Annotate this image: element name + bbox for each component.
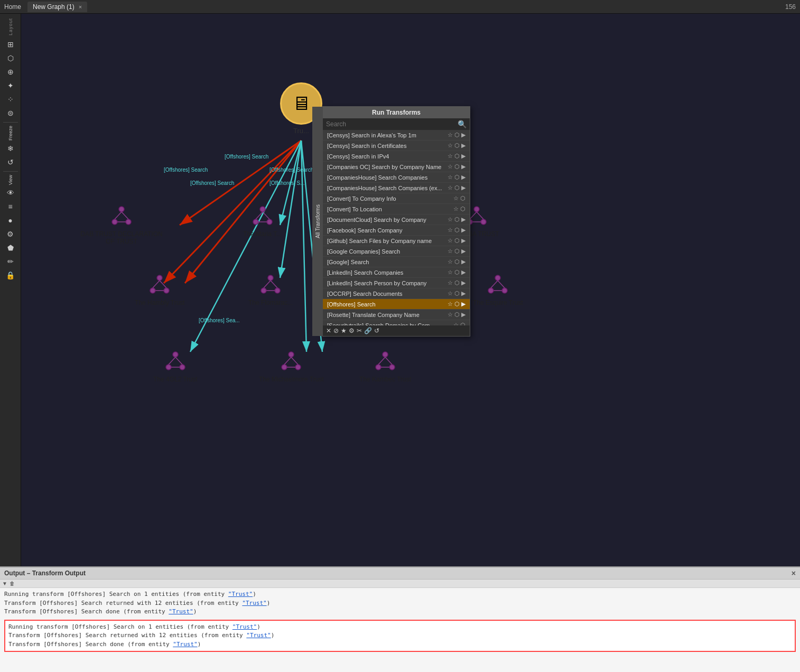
transforms-search-bar[interactable]: 🔍 — [323, 118, 470, 130]
sidebar-icon-grid[interactable]: ⊞ — [3, 38, 18, 51]
transform-item-linkedin-co[interactable]: [LinkedIn] Search Companies ☆ ⬡ ▶ — [323, 267, 470, 278]
transforms-header-title: Run Transforms — [323, 107, 470, 118]
sidebar-icon-lock[interactable]: 🔒 — [3, 269, 18, 282]
svg-line-25 — [470, 212, 477, 219]
transform-item-censys-alexa[interactable]: [Censys] Search in Alexa's Top 1m ☆ ⬡ ▶ — [323, 130, 470, 141]
node-flomarac[interactable]: The Flomarac... — [248, 273, 293, 306]
transforms-vertical-tab[interactable]: All Transforms — [312, 107, 323, 336]
sidebar-icon-hex[interactable]: ⬡ — [3, 52, 18, 64]
transform-item-convert-company[interactable]: [Convert] To Company Info ☆ ⬡ — [323, 193, 470, 204]
footer-icon-star[interactable]: ★ — [341, 327, 347, 334]
footer-icon-block[interactable]: ⊘ — [333, 327, 339, 334]
svg-point-22 — [474, 207, 479, 212]
output-ctrl-clear[interactable]: 🗑 — [10, 581, 15, 586]
trust-link-1[interactable]: "Trust" — [228, 591, 253, 598]
sidebar-icon-arrange[interactable]: ⊜ — [3, 107, 18, 119]
footer-icon-link[interactable]: 🔗 — [364, 327, 372, 334]
node-hambly-label: The Hambly Trust — [135, 299, 185, 306]
svg-line-20 — [263, 212, 269, 219]
output-ctrl-filter[interactable]: ▼ — [2, 581, 7, 586]
edge-label-1: [Offshores] Search — [225, 154, 268, 160]
sidebar-icon-plus[interactable]: ⊕ — [3, 66, 18, 78]
transforms-search-input[interactable] — [326, 120, 458, 128]
active-tab[interactable]: New Graph (1) × — [27, 2, 87, 12]
sidebar-icon-refresh[interactable]: ↺ — [3, 156, 18, 169]
sidebar-icon-settings[interactable]: ⚙ — [3, 228, 18, 240]
output-title: Output – Transform Output — [4, 570, 86, 577]
graph-canvas[interactable]: 🖥 Tru... DAB TRUST DECLARATION OF TRUST — [21, 14, 800, 566]
node-maria[interactable]: The Maria T... — [243, 204, 282, 238]
node-4gl2[interactable]: The 4GL2 Trust — [153, 349, 197, 383]
trust-link-2[interactable]: "Trust" — [242, 600, 266, 606]
transform-item-convert-location[interactable]: [Convert] To Location ☆ ⬡ — [323, 204, 470, 214]
transform-item-linkedin-person[interactable]: [LinkedIn] Search Person by Company ☆ ⬡ … — [323, 278, 470, 288]
node-esquire[interactable]: The Esquire Trust — [473, 273, 523, 306]
transform-item-censys-ipv4[interactable]: [Censys] Search in IPv4 ☆ ⬡ ▶ — [323, 151, 470, 162]
svg-line-38 — [271, 281, 277, 288]
svg-point-54 — [295, 365, 301, 370]
edge-label-3: [Offshores] Search — [269, 167, 313, 173]
edge-label-4: [Offshores] Search — [190, 180, 234, 186]
transform-item-censys-certs[interactable]: [Censys] Search in Certificates ☆ ⬡ ▶ — [323, 141, 470, 151]
sidebar-icon-eye[interactable]: 👁 — [3, 186, 18, 199]
left-sidebar: Layout ⊞ ⬡ ⊕ ✦ ⁘ ⊜ Freeze ❄ ↺ View 👁 ≡ ●… — [0, 14, 21, 566]
sidebar-icon-freeze[interactable]: ❄ — [3, 142, 18, 155]
footer-icon-gear[interactable]: ⚙ — [349, 327, 355, 334]
transform-item-securitytrails[interactable]: [Securitytrails] Search Domains by Com..… — [323, 320, 470, 325]
node-4gl2-label: The 4GL2 Trust — [153, 376, 197, 383]
sidebar-divider-2 — [3, 171, 18, 172]
node-hambly[interactable]: The Hambly Trust — [135, 273, 185, 306]
trust-link-3[interactable]: "Trust" — [169, 608, 193, 615]
search-icon: 🔍 — [458, 120, 467, 128]
title-bar: Home New Graph (1) × 156 — [0, 0, 800, 14]
tab-label: New Graph (1) — [33, 3, 75, 11]
sidebar-icon-star[interactable]: ✦ — [3, 79, 18, 92]
footer-icon-refresh[interactable]: ↺ — [374, 327, 379, 334]
footer-icon-scissors[interactable]: ✂ — [357, 327, 362, 334]
output-controls: ▼ 🗑 — [0, 580, 800, 588]
svg-line-37 — [264, 281, 271, 288]
output-log-2: Transform [Offshores] Search returned wi… — [4, 599, 796, 608]
sidebar-icon-shape[interactable]: ⬟ — [3, 241, 18, 254]
transform-item-offshores[interactable]: [Offshores] Search ☆ ⬡ ▶ — [323, 299, 470, 310]
trust-link-hl-3[interactable]: "Trust" — [173, 641, 197, 648]
svg-point-12 — [126, 219, 131, 225]
home-label[interactable]: Home — [4, 3, 21, 11]
svg-point-58 — [383, 352, 388, 357]
node-dab[interactable]: DAB TRUST DECLARATION OF TRUST — [79, 204, 164, 245]
sidebar-icon-dot[interactable]: ● — [3, 214, 18, 227]
transform-item-rosette[interactable]: [Rosette] Translate Company Name ☆ ⬡ ▶ — [323, 310, 470, 320]
transform-item-companies-oc[interactable]: [Companies OC] Search by Company Name ☆ … — [323, 162, 470, 172]
tab-close-button[interactable]: × — [79, 4, 82, 10]
trust-link-hl-1[interactable]: "Trust" — [232, 623, 257, 630]
svg-line-31 — [153, 281, 160, 288]
svg-point-52 — [289, 352, 294, 357]
transform-item-facebook[interactable]: [Facebook] Search Company ☆ ⬡ ▶ — [323, 225, 470, 236]
svg-point-42 — [502, 288, 507, 293]
sidebar-icon-edit[interactable]: ✏ — [3, 255, 18, 268]
svg-point-28 — [157, 275, 162, 281]
trust-link-hl-2[interactable]: "Trust" — [246, 632, 271, 639]
node-michaelmore[interactable]: The Michaelmore Trust — [259, 349, 324, 383]
transform-item-occrp[interactable]: [OCCRP] Search Documents ☆ ⬡ ▶ — [323, 288, 470, 299]
footer-icon-x[interactable]: ✕ — [326, 327, 331, 334]
svg-line-44 — [498, 281, 505, 288]
transform-item-google-co[interactable]: [Google Companies] Search ☆ ⬡ ▶ — [323, 246, 470, 257]
svg-point-40 — [495, 275, 500, 281]
svg-line-50 — [175, 357, 182, 365]
svg-line-6 — [280, 141, 301, 278]
transform-item-companiesh-2[interactable]: [CompaniesHouse] Search Companies (ex...… — [323, 183, 470, 193]
output-content[interactable]: Running transform [Offshores] Search on … — [0, 588, 800, 672]
output-close-button[interactable]: × — [792, 569, 796, 577]
svg-line-32 — [160, 281, 166, 288]
transform-item-google[interactable]: [Google] Search ☆ ⬡ ▶ — [323, 257, 470, 267]
svg-point-60 — [389, 365, 395, 370]
sidebar-icon-nodes[interactable]: ⁘ — [3, 93, 18, 106]
svg-point-46 — [173, 352, 178, 357]
transform-item-github[interactable]: [Github] Search Files by Company name ☆ … — [323, 236, 470, 246]
svg-point-59 — [376, 365, 381, 370]
transform-item-doccloud[interactable]: [DocumentCloud] Search by Company ☆ ⬡ ▶ — [323, 214, 470, 225]
node-kambec[interactable]: The Kambec Trust — [359, 349, 411, 383]
sidebar-icon-list[interactable]: ≡ — [3, 200, 18, 213]
transform-item-companiesh-1[interactable]: [CompaniesHouse] Search Companies ☆ ⬡ ▶ — [323, 172, 470, 183]
